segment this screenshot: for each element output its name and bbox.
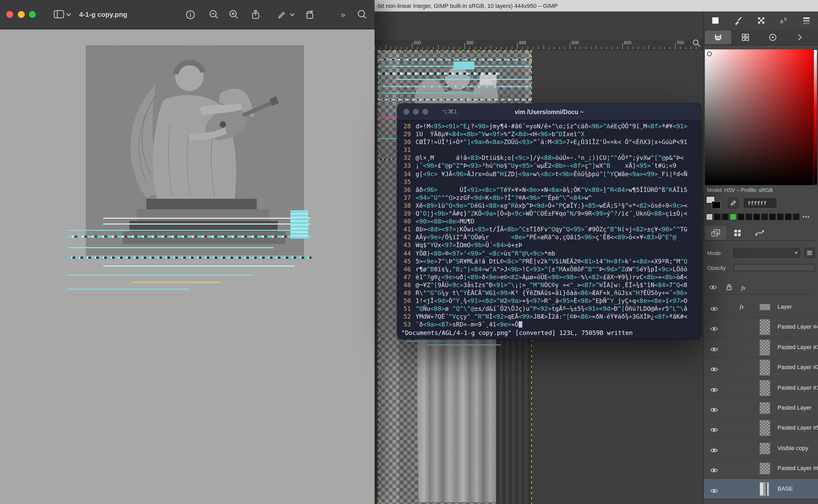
font-tab-icon[interactable]: ab	[778, 14, 790, 27]
palette-swatch[interactable]	[730, 213, 736, 220]
rotate-button[interactable]	[303, 8, 315, 21]
mode-dropdown[interactable]: ▾	[733, 248, 800, 258]
hsv-color-square[interactable]	[705, 49, 813, 185]
terminal-minimize-button[interactable]	[413, 109, 419, 115]
layer-thumbnail[interactable]	[760, 360, 770, 375]
layer-name[interactable]: Pasted Layer #6	[778, 465, 818, 471]
zoom-in-button[interactable]	[227, 8, 240, 21]
markup-chevron-icon[interactable]	[288, 8, 296, 21]
chevron-down-icon[interactable]	[65, 8, 72, 21]
layer-thumbnail[interactable]	[760, 340, 770, 355]
minimize-button[interactable]	[18, 11, 24, 18]
background-swatch[interactable]	[712, 201, 721, 209]
swatch-tab-icon[interactable]	[709, 14, 722, 27]
layer-thumbnail[interactable]	[760, 304, 770, 310]
channels-tab-icon[interactable]	[727, 226, 748, 240]
layer-name[interactable]: BASE	[778, 485, 793, 491]
info-button[interactable]	[184, 8, 197, 21]
close-button[interactable]	[6, 11, 13, 18]
visibility-eye-icon[interactable]	[710, 304, 718, 314]
visibility-eye-icon[interactable]	[710, 486, 718, 496]
visibility-eye-icon[interactable]	[710, 426, 718, 435]
layer-thumbnail[interactable]	[760, 420, 770, 436]
zoom-button[interactable]	[29, 11, 36, 18]
palette-swatch[interactable]	[785, 213, 792, 220]
layer-row[interactable]: Visible copy	[704, 438, 818, 459]
palette-swatch[interactable]	[706, 213, 713, 220]
visibility-eye-icon[interactable]	[709, 283, 717, 292]
gimp-titlebar[interactable]: -bit non-linear integer, GIMP built-in s…	[374, 0, 818, 12]
paths-tab-icon[interactable]	[749, 226, 770, 240]
edit-color-button[interactable]	[728, 198, 739, 208]
layer-row[interactable]: Pasted Layer #5	[704, 418, 818, 439]
mode-options-button[interactable]	[804, 248, 815, 258]
visibility-eye-icon[interactable]	[710, 345, 718, 354]
fg-bg-swatches[interactable]	[706, 196, 723, 210]
visibility-eye-icon[interactable]	[710, 365, 718, 374]
share-button[interactable]	[249, 8, 262, 21]
pattern-tab-icon[interactable]	[755, 14, 767, 27]
hex-color-field[interactable]: ffffff	[744, 198, 776, 208]
layer-row[interactable]: Pasted Layer #6	[704, 459, 818, 479]
canvas-ruler-horizontal[interactable]: 200300400500600700	[374, 39, 703, 50]
layer-name[interactable]: Pasted Layer #4	[778, 324, 818, 330]
fx-icon[interactable]: fx	[740, 303, 744, 310]
visibility-eye-icon[interactable]	[710, 446, 718, 455]
layer-row[interactable]: Pasted Layer #4	[704, 317, 818, 338]
palette-swatch[interactable]	[738, 213, 744, 220]
fx-icon[interactable]: fx	[741, 284, 745, 291]
color-picker-marker[interactable]	[707, 52, 712, 56]
layer-row[interactable]: Pasted Layer #1	[704, 378, 818, 398]
layer-name[interactable]: Pasted Layer #1	[778, 384, 818, 390]
preview-canvas[interactable]	[0, 29, 374, 504]
search-button[interactable]	[355, 8, 368, 21]
layer-name[interactable]: Pasted Layer #5	[778, 425, 818, 431]
layer-thumbnail[interactable]	[760, 402, 770, 414]
layer-name[interactable]: Pasted Layer	[778, 404, 812, 411]
layer-row[interactable]: Pasted Layer	[704, 398, 818, 418]
visibility-eye-icon[interactable]	[710, 325, 718, 334]
layer-thumbnail[interactable]	[760, 442, 770, 454]
layer-name[interactable]: Pasted Layer #3	[778, 344, 818, 350]
palette-swatch[interactable]	[761, 213, 768, 220]
vim-buffer[interactable]: 28d>!M<95><91>^E¿?<90>jmy¶4·#â6¯=yoN/ê÷"…	[397, 120, 701, 339]
opacity-slider[interactable]	[733, 264, 815, 271]
palette-swatch[interactable]	[793, 213, 800, 220]
layer-row[interactable]: BASE	[704, 479, 818, 499]
brush-tab-icon[interactable]	[732, 14, 745, 27]
terminal-titlebar[interactable]: ⌥⌘1 vim /Users/omni/Docu ~	[397, 104, 701, 120]
palette-swatch[interactable]	[714, 213, 721, 220]
sidebar-toggle-button[interactable]	[53, 8, 65, 21]
layer-row[interactable]: fxLayer	[704, 297, 818, 317]
terminal-zoom-button[interactable]	[423, 109, 428, 115]
layer-row[interactable]: Pasted Layer #2	[704, 358, 818, 378]
color-wheel-tab-icon[interactable]	[760, 30, 786, 44]
hue-slider[interactable]	[813, 49, 817, 185]
overflow-button[interactable]: »	[337, 8, 349, 21]
layer-name[interactable]: Layer	[778, 303, 792, 310]
layer-name[interactable]: Visible copy	[778, 445, 808, 451]
layer-name[interactable]: Pasted Layer #2	[778, 364, 818, 370]
palette-more-icon[interactable]: •••	[802, 213, 810, 220]
palette-swatch[interactable]	[745, 213, 752, 220]
zoom-icon[interactable]	[692, 39, 701, 47]
layer-thumbnail[interactable]	[760, 380, 770, 396]
wilber-tab-icon[interactable]	[705, 30, 731, 44]
grid-tab-icon[interactable]	[732, 30, 759, 44]
layer-row[interactable]: Pasted Layer #3	[704, 338, 818, 358]
layer-thumbnail[interactable]	[760, 319, 770, 335]
visibility-eye-icon[interactable]	[710, 466, 718, 475]
layer-thumbnail[interactable]	[760, 482, 769, 496]
palette-swatch[interactable]	[777, 213, 784, 220]
gradient-tab-icon[interactable]	[800, 14, 813, 27]
preview-titlebar[interactable]: 4-1-g copy.png »	[0, 0, 374, 29]
terminal-close-button[interactable]	[403, 109, 409, 115]
visibility-eye-icon[interactable]	[710, 405, 718, 415]
terminal-window[interactable]: ⌥⌘1 vim /Users/omni/Docu ~ 28d>!M<95><91…	[397, 104, 701, 339]
layers-tab-icon[interactable]	[705, 226, 726, 240]
markup-button[interactable]	[276, 8, 288, 21]
overflow-tab-icon[interactable]	[787, 30, 813, 44]
palette-swatch[interactable]	[753, 213, 760, 220]
visibility-eye-icon[interactable]	[710, 385, 718, 395]
layer-thumbnail[interactable]	[760, 463, 770, 474]
